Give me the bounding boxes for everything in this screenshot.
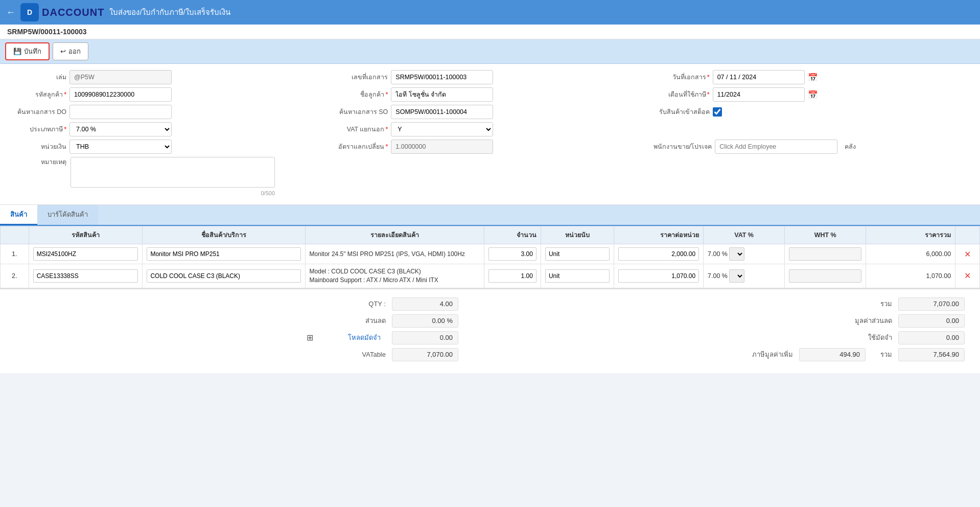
employee-field: พนักงานขาย/โปรเจค คลัง <box>654 140 970 154</box>
row2-qty-input[interactable] <box>488 269 536 283</box>
deduct-value: 0.00 <box>392 331 458 344</box>
summary-grid: QTY : 4.00 ส่วนลด 0.00 % ⊞ โหลดมัดจำ 0.0… <box>15 297 965 365</box>
row1-wht <box>785 244 866 264</box>
logo-icon: D <box>20 3 39 21</box>
vat-amount-row: ภาษีมูลค่าเพิ่ม 494.90 รวม 7,564.90 <box>500 348 965 361</box>
char-count: 0/500 <box>71 190 275 196</box>
row1-price <box>614 244 704 264</box>
row2-price <box>614 264 704 288</box>
col-header-vat: VAT % <box>704 226 785 244</box>
row1-unit-input[interactable]: Unit <box>545 247 610 261</box>
vatable-value: 7,070.00 <box>392 348 458 361</box>
doc-date-calendar-icon[interactable]: 📅 <box>808 73 818 82</box>
row2-total: 1,070.00 <box>866 264 955 288</box>
currency-select[interactable]: THB <box>69 140 172 154</box>
row2-vat: 7.00 % ▼ <box>704 264 785 288</box>
logo-area: D DACCOUNT <box>20 3 104 21</box>
tabs-row: สินค้า บาร์โค้ดสินค้า <box>0 205 980 225</box>
form-row-1: เล่ม เลขที่เอกสาร วันที่เอกสาร 📅 <box>10 70 970 84</box>
row1-code-input[interactable] <box>33 247 138 261</box>
col-header-unit: หน่วยนับ <box>541 226 614 244</box>
row1-vat-select[interactable]: ▼ <box>729 247 744 261</box>
row2-code-input[interactable] <box>33 269 138 283</box>
vat-type-field: ประเภทภาษี 7.00 % <box>10 122 326 136</box>
tax-month-input[interactable] <box>713 87 805 102</box>
table-row: 1. Monitor 24.5" MSI PRO MP251 (IPS, VGA… <box>1 244 980 264</box>
customer-name-input[interactable] <box>391 87 493 102</box>
doc-number-label: เลขที่เอกสาร <box>332 72 388 82</box>
row1-name-input[interactable] <box>147 247 300 261</box>
receive-stock-label: รับสินค้าเข้าสต็อค <box>654 107 710 117</box>
receive-stock-field: รับสินค้าเข้าสต็อค <box>654 105 970 119</box>
col-header-detail: รายละเอียดสินค้า <box>305 226 484 244</box>
form-row-3: ค้นหาเอกสาร DO ค้นหาเอกสาร SO รับสินค้าเ… <box>10 105 970 119</box>
exit-button[interactable]: ↩ ออก <box>53 42 88 60</box>
tax-month-calendar-icon[interactable]: 📅 <box>808 90 818 100</box>
exchange-rate-label: อัตราแลกเปลี่ยน <box>332 142 388 152</box>
row1-delete: ✕ <box>955 244 980 264</box>
book-input[interactable] <box>69 70 172 84</box>
row1-unit: Unit <box>541 244 614 264</box>
row2-delete: ✕ <box>955 264 980 288</box>
vat-amount-label: ภาษีมูลค่าเพิ่ม <box>752 349 793 360</box>
row1-wht-input[interactable] <box>789 247 861 261</box>
currency-label: หน่วยเงิน <box>10 142 66 152</box>
form-row-5: หน่วยเงิน THB อัตราแลกเปลี่ยน พนักงานขาย… <box>10 140 970 154</box>
receive-stock-checkbox[interactable] <box>713 107 722 117</box>
search-so-input[interactable] <box>391 105 493 119</box>
deduct-label[interactable]: โหลดมัดจำ <box>319 331 386 344</box>
col-header-wht: WHT % <box>785 226 866 244</box>
save-button[interactable]: 💾 บันทึก <box>5 42 50 60</box>
currency-field: หน่วยเงิน THB <box>10 140 326 154</box>
row2-delete-button[interactable]: ✕ <box>964 271 971 281</box>
note-textarea[interactable] <box>71 157 275 188</box>
doc-number-input[interactable] <box>391 70 493 84</box>
vatable-row: VATable 7,070.00 <box>15 348 480 361</box>
save-icon: 💾 <box>13 48 21 55</box>
grand-total-label: รวม <box>872 349 892 360</box>
customer-name-label: ชื่อลูกค้า <box>332 89 388 100</box>
discount-amount-value: 0.00 <box>898 314 965 328</box>
row2-price-input[interactable] <box>618 269 699 283</box>
row1-num: 1. <box>1 244 29 264</box>
vat-type-select[interactable]: 7.00 % <box>69 122 172 136</box>
row2-name-input[interactable] <box>147 269 300 283</box>
exchange-rate-input <box>391 140 493 154</box>
tab-barcode[interactable]: บาร์โค้ดสินค้า <box>37 205 98 225</box>
search-do-input[interactable] <box>69 105 172 119</box>
employee-input[interactable] <box>715 140 837 154</box>
col-header-del <box>955 226 980 244</box>
total-row: รวม 7,070.00 <box>500 297 965 311</box>
total-label: รวม <box>880 298 892 309</box>
row1-qty-input[interactable] <box>488 247 536 261</box>
warehouse-label: คลัง <box>841 142 856 152</box>
row2-vat-select[interactable]: ▼ <box>729 269 744 283</box>
back-button[interactable]: ← <box>6 7 15 18</box>
note-row: หมายเหตุ 0/500 <box>10 157 970 200</box>
discount-amount-row: มูลค่าส่วนลด 0.00 <box>500 314 965 328</box>
customer-code-input[interactable] <box>69 87 172 102</box>
products-table: รหัสสินค้า ชื่อสินค้า/บริการ รายละเอียดส… <box>0 226 980 288</box>
tax-month-label: เดือนที่ใช้ภาษี <box>654 89 710 100</box>
vat-separate-select[interactable]: Y N <box>391 122 493 136</box>
doc-number-field: เลขที่เอกสาร <box>332 70 648 84</box>
row1-detail: Monitor 24.5" MSI PRO MP251 (IPS, VGA, H… <box>305 244 484 264</box>
page-title: ใบส่งของ/ใบกำกับภาษี/ใบเสร็จรับเงิน <box>109 6 230 18</box>
note-area-wrapper: 0/500 <box>71 157 275 196</box>
row2-unit: Unit <box>541 264 614 288</box>
table-header-row: รหัสสินค้า ชื่อสินค้า/บริการ รายละเอียดส… <box>1 226 980 244</box>
row1-delete-button[interactable]: ✕ <box>964 249 971 259</box>
products-section: รหัสสินค้า ชื่อสินค้า/บริการ รายละเอียดส… <box>0 226 980 288</box>
doc-date-input[interactable] <box>713 70 805 84</box>
row1-price-input[interactable] <box>618 247 699 261</box>
tax-month-field: เดือนที่ใช้ภาษี 📅 <box>654 87 970 102</box>
row2-qty <box>484 264 541 288</box>
row2-unit-input[interactable]: Unit <box>545 269 610 283</box>
row2-wht-input[interactable] <box>789 269 861 283</box>
form-row-2: รหัสลูกค้า ชื่อลูกค้า เดือนที่ใช้ภาษี 📅 <box>10 87 970 102</box>
deduct-row: ⊞ โหลดมัดจำ 0.00 <box>15 331 480 344</box>
grand-total-value: 7,564.90 <box>898 348 965 361</box>
use-deposit-label: ใช้มัดจำ <box>868 332 892 343</box>
tab-products[interactable]: สินค้า <box>0 205 37 225</box>
table-icon: ⊞ <box>307 333 313 342</box>
